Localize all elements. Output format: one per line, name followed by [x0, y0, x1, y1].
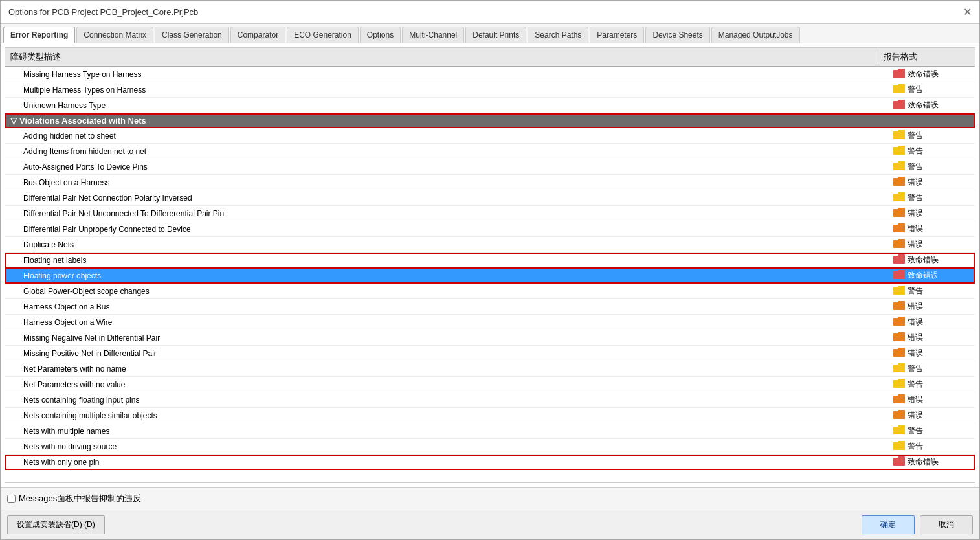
- item-report[interactable]: 错误: [878, 392, 975, 408]
- table-row[interactable]: Missing Positive Net in Differential Pai…: [5, 346, 975, 361]
- table-row[interactable]: Differential Pair Net Unconnected To Dif…: [5, 206, 975, 221]
- item-report[interactable]: 致命错误: [878, 67, 975, 82]
- tab-search-paths[interactable]: Search Paths: [528, 27, 588, 43]
- table-row[interactable]: Duplicate Nets 错误: [5, 237, 975, 253]
- table-row[interactable]: Global Power-Object scope changes 警告: [5, 284, 975, 299]
- item-report[interactable]: 错误: [878, 206, 975, 221]
- report-label: 警告: [908, 130, 923, 141]
- folder-icon: [893, 69, 905, 80]
- table-row[interactable]: Multiple Harness Types on Harness 警告: [5, 82, 975, 98]
- tab-connection-matrix[interactable]: Connection Matrix: [76, 27, 153, 43]
- window-title: Options for PCB Project PCB_Project_Core…: [8, 7, 198, 17]
- report-label: 错误: [908, 301, 923, 312]
- report-label: 错误: [908, 239, 923, 250]
- tab-default-prints[interactable]: Default Prints: [465, 27, 526, 43]
- item-report[interactable]: 警告: [878, 361, 975, 377]
- table-row[interactable]: Nets containing floating input pins 错误: [5, 392, 975, 408]
- table-row[interactable]: Adding Items from hidden net to net 警告: [5, 144, 975, 159]
- folder-icon: [893, 286, 905, 297]
- folder-icon: [893, 270, 905, 281]
- table-row[interactable]: Nets with no driving source 警告: [5, 439, 975, 455]
- item-report[interactable]: 警告: [878, 144, 975, 159]
- item-report[interactable]: 警告: [878, 128, 975, 144]
- footer-right: 确定 取消: [862, 515, 973, 534]
- item-report[interactable]: 错误: [878, 175, 975, 190]
- item-report[interactable]: 致命错误: [878, 253, 975, 268]
- item-report[interactable]: 错误: [878, 408, 975, 423]
- item-desc: Missing Negative Net in Differential Pai…: [5, 330, 878, 346]
- item-desc: Adding hidden net to sheet: [5, 128, 878, 144]
- item-desc: Duplicate Nets: [5, 237, 878, 253]
- table-row[interactable]: Auto-Assigned Ports To Device Pins 警告: [5, 159, 975, 175]
- table-row[interactable]: Floating power objects 致命错误: [5, 268, 975, 284]
- table-body: Missing Harness Type on Harness 致命错误Mult…: [5, 67, 975, 470]
- set-defaults-button[interactable]: 设置成安装缺省(D) (D): [7, 515, 105, 534]
- item-report[interactable]: 警告: [878, 377, 975, 392]
- table-row[interactable]: Harness Object on a Wire 错误: [5, 315, 975, 330]
- table-row[interactable]: Differential Pair Unproperly Connected t…: [5, 221, 975, 237]
- col-desc-header: 障碍类型描述: [5, 48, 878, 67]
- item-report[interactable]: 警告: [878, 423, 975, 439]
- folder-icon: [893, 239, 905, 250]
- folder-icon: [893, 223, 905, 234]
- item-desc: Net Parameters with no value: [5, 377, 878, 392]
- item-report[interactable]: 致命错误: [878, 455, 975, 470]
- table-row[interactable]: Differential Pair Net Connection Polarit…: [5, 190, 975, 206]
- cancel-button[interactable]: 取消: [920, 515, 973, 534]
- table-row[interactable]: Net Parameters with no value 警告: [5, 377, 975, 392]
- suppress-checkbox[interactable]: [7, 495, 16, 503]
- table-row[interactable]: Floating net labels 致命错误: [5, 253, 975, 268]
- item-report[interactable]: 警告: [878, 284, 975, 299]
- table-row[interactable]: Bus Object on a Harness 错误: [5, 175, 975, 190]
- category-row[interactable]: ▽Violations Associated with Nets: [5, 113, 975, 129]
- tab-multi-channel[interactable]: Multi-Channel: [402, 27, 464, 43]
- suppress-checkbox-label[interactable]: Messages面板中报告抑制的违反: [7, 493, 141, 504]
- tab-device-sheets[interactable]: Device Sheets: [645, 27, 709, 43]
- item-report[interactable]: 致命错误: [878, 268, 975, 284]
- report-label: 错误: [908, 332, 923, 343]
- violations-table[interactable]: 障碍类型描述 报告格式 Missing Harness Type on Harn…: [5, 47, 975, 483]
- tab-comparator[interactable]: Comparator: [230, 27, 285, 43]
- item-desc: Floating power objects: [5, 268, 878, 284]
- table-row[interactable]: Missing Negative Net in Differential Pai…: [5, 330, 975, 346]
- tab-options[interactable]: Options: [360, 27, 401, 43]
- item-desc: Nets containing multiple similar objects: [5, 408, 878, 423]
- close-button[interactable]: ✕: [963, 6, 972, 18]
- table-row[interactable]: Nets containing multiple similar objects…: [5, 408, 975, 423]
- table-row[interactable]: Nets with multiple names 警告: [5, 423, 975, 439]
- table-row[interactable]: Nets with only one pin 致命错误: [5, 455, 975, 470]
- item-report[interactable]: 错误: [878, 221, 975, 237]
- table-row[interactable]: Net Parameters with no name 警告: [5, 361, 975, 377]
- item-report[interactable]: 警告: [878, 190, 975, 206]
- tab-managed-output-jobs[interactable]: Managed OutputJobs: [711, 27, 800, 43]
- report-label: 警告: [908, 286, 923, 297]
- report-label: 致命错误: [908, 69, 939, 80]
- item-desc: Global Power-Object scope changes: [5, 284, 878, 299]
- table-row[interactable]: Adding hidden net to sheet 警告: [5, 128, 975, 144]
- folder-icon: [893, 456, 905, 467]
- table-row[interactable]: Harness Object on a Bus 错误: [5, 299, 975, 315]
- item-report[interactable]: 警告: [878, 439, 975, 455]
- item-report[interactable]: 错误: [878, 299, 975, 315]
- tab-class-generation[interactable]: Class Generation: [155, 27, 229, 43]
- tab-parameters[interactable]: Parameters: [590, 27, 644, 43]
- report-label: 警告: [908, 379, 923, 390]
- item-report[interactable]: 错误: [878, 346, 975, 361]
- table-row[interactable]: Unknown Harness Type 致命错误: [5, 98, 975, 113]
- item-report[interactable]: 错误: [878, 330, 975, 346]
- item-report[interactable]: 错误: [878, 315, 975, 330]
- item-report[interactable]: 警告: [878, 159, 975, 175]
- item-report[interactable]: 致命错误: [878, 98, 975, 113]
- report-label: 错误: [908, 223, 923, 234]
- item-desc: Adding Items from hidden net to net: [5, 144, 878, 159]
- table-row[interactable]: Missing Harness Type on Harness 致命错误: [5, 67, 975, 82]
- item-report[interactable]: 警告: [878, 82, 975, 98]
- item-report[interactable]: 错误: [878, 237, 975, 253]
- report-label: 警告: [908, 425, 923, 436]
- ok-button[interactable]: 确定: [862, 515, 915, 534]
- report-label: 错误: [908, 177, 923, 188]
- tab-eco-generation[interactable]: ECO Generation: [287, 27, 359, 43]
- item-desc: Nets with no driving source: [5, 439, 878, 455]
- tab-error-reporting[interactable]: Error Reporting: [3, 27, 75, 43]
- item-desc: Auto-Assigned Ports To Device Pins: [5, 159, 878, 175]
